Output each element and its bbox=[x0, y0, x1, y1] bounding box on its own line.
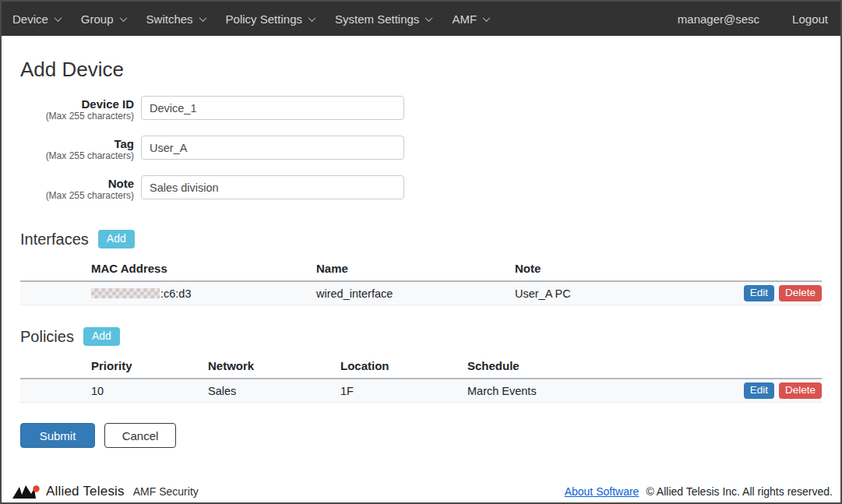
spacer-cell bbox=[20, 379, 91, 403]
col-network: Network bbox=[208, 355, 340, 379]
nav-item-device[interactable]: Device bbox=[12, 12, 61, 26]
form-row-device-id: Device ID (Max 255 characters) bbox=[20, 96, 822, 122]
policies-header-row: Priority Network Location Schedule bbox=[20, 355, 822, 379]
policy-actions-cell: EditDelete bbox=[719, 379, 822, 403]
nav-item-label: Device bbox=[12, 12, 48, 26]
col-note: Note bbox=[515, 258, 719, 281]
policies-section-header: Policies Add bbox=[20, 327, 822, 346]
tag-field[interactable] bbox=[141, 136, 404, 160]
mac-suffix: :c6:d3 bbox=[160, 287, 192, 300]
nav-item-switches[interactable]: Switches bbox=[146, 12, 206, 26]
footer-brand: Allied Telesis AMF Security bbox=[12, 484, 199, 499]
nav-item-label: AMF bbox=[452, 12, 477, 26]
interfaces-table: MAC Address Name Note :c6:d3 wired_inter… bbox=[20, 258, 822, 305]
policy-schedule-cell: March Events bbox=[467, 379, 719, 403]
col-actions bbox=[719, 258, 822, 281]
chevron-down-icon bbox=[425, 14, 433, 22]
chevron-down-icon bbox=[199, 14, 206, 22]
tag-label: Tag bbox=[20, 137, 134, 150]
allied-telesis-logo-icon bbox=[12, 485, 41, 499]
note-label: Note bbox=[20, 177, 134, 190]
device-id-label: Device ID bbox=[20, 97, 134, 111]
note-label-block: Note (Max 255 characters) bbox=[20, 175, 134, 202]
policy-edit-button[interactable]: Edit bbox=[744, 382, 774, 399]
nav-item-label: Group bbox=[81, 12, 114, 26]
table-row: 10 Sales 1F March Events EditDelete bbox=[20, 379, 822, 403]
nav-item-label: Switches bbox=[146, 12, 193, 26]
nav-item-amf[interactable]: AMF bbox=[452, 12, 489, 26]
form-row-note: Note (Max 255 characters) bbox=[20, 175, 822, 202]
col-location: Location bbox=[340, 355, 467, 379]
policy-network-cell: Sales bbox=[208, 379, 340, 403]
policies-table: Priority Network Location Schedule 10 Sa… bbox=[20, 355, 822, 403]
footer-legal: About Software © Allied Telesis Inc. All… bbox=[565, 485, 833, 498]
interface-actions-cell: EditDelete bbox=[719, 281, 822, 305]
chevron-down-icon bbox=[483, 14, 491, 22]
note-field[interactable] bbox=[141, 175, 404, 199]
policy-priority-cell: 10 bbox=[91, 379, 208, 403]
interfaces-header-row: MAC Address Name Note bbox=[20, 258, 822, 281]
about-software-link[interactable]: About Software bbox=[565, 485, 639, 498]
col-priority: Priority bbox=[91, 355, 208, 379]
device-id-label-block: Device ID (Max 255 characters) bbox=[20, 96, 134, 122]
mac-redacted-block bbox=[91, 288, 160, 298]
interfaces-title: Interfaces bbox=[20, 231, 89, 248]
col-actions bbox=[719, 355, 822, 379]
spacer-cell bbox=[20, 258, 91, 281]
chevron-down-icon bbox=[54, 14, 62, 22]
table-row: :c6:d3 wired_interface User_A PC EditDel… bbox=[20, 281, 822, 305]
policies-add-button[interactable]: Add bbox=[83, 327, 120, 346]
footer: Allied Telesis AMF Security About Softwa… bbox=[2, 484, 840, 499]
form-actions: Submit Cancel bbox=[20, 423, 822, 448]
col-schedule: Schedule bbox=[467, 355, 719, 379]
policies-title: Policies bbox=[20, 328, 74, 346]
col-name: Name bbox=[316, 258, 515, 281]
chevron-down-icon bbox=[119, 14, 127, 22]
interface-edit-button[interactable]: Edit bbox=[744, 285, 774, 301]
col-mac-address: MAC Address bbox=[91, 258, 316, 281]
nav-right: manager@sesc Logout bbox=[678, 12, 828, 26]
tag-hint: (Max 255 characters) bbox=[20, 151, 134, 162]
interfaces-section-header: Interfaces Add bbox=[20, 230, 822, 248]
nav-item-policy-settings[interactable]: Policy Settings bbox=[226, 12, 315, 26]
spacer-cell bbox=[20, 355, 91, 379]
interface-note-cell: User_A PC bbox=[515, 281, 719, 305]
policy-location-cell: 1F bbox=[340, 379, 467, 403]
nav-item-label: Policy Settings bbox=[226, 12, 302, 26]
policy-delete-button[interactable]: Delete bbox=[779, 382, 822, 399]
brand-name: Allied Telesis bbox=[46, 484, 125, 499]
device-id-field[interactable] bbox=[141, 96, 404, 120]
interface-name-cell: wired_interface bbox=[316, 281, 515, 305]
submit-button[interactable]: Submit bbox=[20, 423, 95, 448]
cancel-button[interactable]: Cancel bbox=[104, 423, 176, 448]
nav-item-system-settings[interactable]: System Settings bbox=[335, 12, 432, 26]
product-name: AMF Security bbox=[133, 485, 199, 498]
form-row-tag: Tag (Max 255 characters) bbox=[20, 136, 822, 162]
nav-menu: Device Group Switches Policy Settings Sy… bbox=[12, 12, 489, 26]
nav-item-group[interactable]: Group bbox=[81, 12, 126, 26]
interface-delete-button[interactable]: Delete bbox=[779, 285, 822, 301]
page-title: Add Device bbox=[20, 58, 822, 82]
top-navbar: Device Group Switches Policy Settings Sy… bbox=[2, 2, 840, 36]
note-hint: (Max 255 characters) bbox=[20, 191, 134, 202]
tag-label-block: Tag (Max 255 characters) bbox=[20, 136, 134, 162]
chevron-down-icon bbox=[308, 14, 316, 22]
logged-in-user[interactable]: manager@sesc bbox=[678, 12, 759, 26]
nav-item-label: System Settings bbox=[335, 12, 419, 26]
copyright-text: © Allied Telesis Inc. All rights reserve… bbox=[646, 485, 833, 498]
logout-button[interactable]: Logout bbox=[792, 12, 828, 26]
mac-address-cell: :c6:d3 bbox=[91, 281, 316, 305]
main-content: Add Device Device ID (Max 255 characters… bbox=[2, 58, 840, 448]
interfaces-add-button[interactable]: Add bbox=[98, 230, 135, 248]
spacer-cell bbox=[20, 281, 91, 305]
app-window: Device Group Switches Policy Settings Sy… bbox=[0, 0, 842, 504]
device-id-hint: (Max 255 characters) bbox=[20, 111, 134, 122]
